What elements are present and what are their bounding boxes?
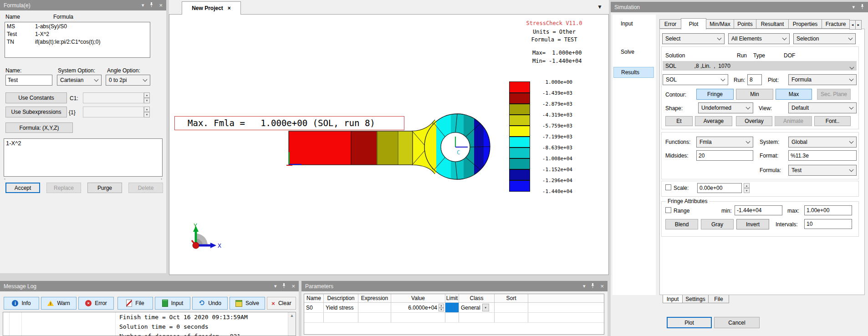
pin-icon[interactable] [860,4,864,10]
chevron-down-icon[interactable]: ▾ [852,5,855,10]
functions-select[interactable]: Fmla [696,137,753,148]
cancel-button[interactable]: Cancel [714,317,760,328]
tab-list-chevron-icon[interactable]: ▼ [597,4,602,10]
warn-filter-button[interactable]: ! Warn [41,297,77,310]
shape-select[interactable]: Undeformed [698,102,753,113]
angle-option-select[interactable]: 0 to 2pi [106,75,150,86]
close-icon[interactable]: × [291,284,295,289]
pin-icon[interactable] [282,283,286,289]
formula-list-row[interactable]: MS1-abs(Sy)/S0 [5,23,150,31]
value-spinner[interactable]: ▲▼ [439,304,444,311]
sec-plane-button[interactable]: Sec. Plane [817,89,851,100]
range-checkbox[interactable] [665,207,671,213]
animate-button[interactable]: Animate [775,116,812,126]
purge-button[interactable]: Purge [87,183,122,193]
formula-editor-hscrollbar[interactable]: ‹› [4,177,162,182]
plot-button[interactable]: Plot [667,317,712,328]
use-constants-button[interactable]: Use Constants [5,92,67,103]
element-filter-select[interactable]: All Elements [728,33,790,44]
clear-log-button[interactable]: × Clear [267,297,296,310]
delete-button[interactable]: Delete [128,183,163,193]
scale-checkbox[interactable] [665,184,671,190]
scale-spinner[interactable]: ▲▼ [744,183,750,193]
pin-icon[interactable] [591,283,595,289]
select-mode-select[interactable]: Select [662,33,725,44]
format-input[interactable]: %11.3e [788,150,857,161]
nav-item-input[interactable]: Input [621,20,633,27]
formula-listbox[interactable]: MS1-abs(Sy)/S0 Test1-X^2 TNif(abs(t):le:… [5,22,150,58]
average-button[interactable]: Average [695,116,732,126]
log-output[interactable]: Finish time = Oct 16 2020 09:13:59AM Sol… [3,312,296,336]
tab-properties[interactable]: Properties [788,19,822,29]
range-min-input[interactable]: -1.44e+04 [735,205,782,215]
model-viewport[interactable]: StressCheck V11.0 Units = Other Formula … [169,14,609,275]
error-filter-button[interactable]: × Error [78,297,114,310]
system-option-select[interactable]: Cartesian [57,75,102,86]
bottom-tab-settings[interactable]: Settings [682,295,709,303]
close-icon[interactable]: × [600,284,604,289]
et-button[interactable]: Et [665,116,693,126]
parameter-row-empty[interactable] [304,313,604,323]
tab-scroll-right-icon[interactable]: ► [855,20,862,30]
bottom-tab-file[interactable]: File [708,295,729,303]
tab-points[interactable]: Points [734,19,756,29]
solve-log-button[interactable]: Solve [230,297,265,310]
accept-button[interactable]: Accept [5,183,40,193]
solution-list-row[interactable]: SOL ,8 ,Lin. , 1070 [663,61,857,71]
tab-scroll-left-icon[interactable]: ◄ [849,20,856,30]
subexpression-input[interactable] [83,107,144,117]
class-dropdown-button[interactable]: ▼ [482,304,489,311]
tab-error[interactable]: Error [659,19,681,29]
info-filter-button[interactable]: i Info [4,297,39,310]
min-button[interactable]: Min [736,89,773,100]
chevron-down-icon[interactable]: ▾ [583,284,586,289]
log-scrollbar[interactable]: ▲ [288,312,296,336]
blend-button[interactable]: Blend [665,219,698,229]
nav-item-solve[interactable]: Solve [621,49,634,55]
run-input[interactable]: 8 [747,74,762,85]
use-subexpressions-button[interactable]: Use Subexpressions [5,107,67,117]
intervals-input[interactable]: 10 [804,219,852,229]
nav-item-results[interactable]: Results [613,67,654,78]
bottom-tab-input[interactable]: Input [663,295,683,303]
chevron-down-icon[interactable]: ▾ [142,3,144,8]
font-button[interactable]: Font.. [814,116,851,126]
input-log-button[interactable]: Input [155,297,190,310]
formula-name-input[interactable]: Test [5,75,52,86]
c1-input[interactable] [83,92,144,103]
gray-button[interactable]: Gray [701,219,734,229]
fringe-button[interactable]: Fringe [696,89,734,100]
formula-list-row[interactable]: TNif(abs(t):le:pi/2:C1*cos(t);0) [5,39,150,46]
tab-resultant[interactable]: Resultant [756,19,789,29]
param-sort-cell[interactable] [495,303,528,312]
tab-minmax[interactable]: Min/Max [706,19,734,29]
formula-editor[interactable]: 1-X^2 [4,138,163,177]
midsides-input[interactable]: 20 [696,150,753,161]
replace-button[interactable]: Replace [46,183,81,193]
param-limit-cell[interactable] [445,303,459,312]
formula-select[interactable]: Test [788,165,857,176]
tab-close-icon[interactable]: × [228,5,231,11]
formula-list-row[interactable]: Test1-X^2 [5,31,150,39]
overlay-button[interactable]: Overlay [736,116,772,126]
undo-button[interactable]: Undo [192,297,228,310]
pin-icon[interactable] [149,2,153,8]
invert-button[interactable]: Invert [736,219,769,229]
solution-select[interactable]: SOL [663,74,728,85]
chevron-down-icon[interactable]: ▾ [274,284,277,289]
c1-spinner[interactable]: ▲▼ [144,92,150,103]
plot-type-select[interactable]: Formula [788,74,857,85]
system-select[interactable]: Global [788,137,857,148]
param-class-cell[interactable]: General ▼ [459,303,495,312]
max-button[interactable]: Max [776,89,812,100]
tab-fracture[interactable]: Fracture [822,19,850,29]
formula-xyz-button[interactable]: Formula: (X,Y,Z) [5,122,73,133]
range-max-input[interactable]: 1.00e+00 [804,205,852,215]
param-expression-cell[interactable] [358,303,391,312]
param-value-cell[interactable]: 6.0000e+04 ▲▼ [391,303,445,312]
view-select[interactable]: Default [788,102,857,113]
file-log-button[interactable]: File [117,297,153,310]
selection-select[interactable]: Selection [793,33,856,44]
scale-input[interactable]: 0.00e+00 [697,183,742,193]
tab-plot[interactable]: Plot [681,18,706,30]
